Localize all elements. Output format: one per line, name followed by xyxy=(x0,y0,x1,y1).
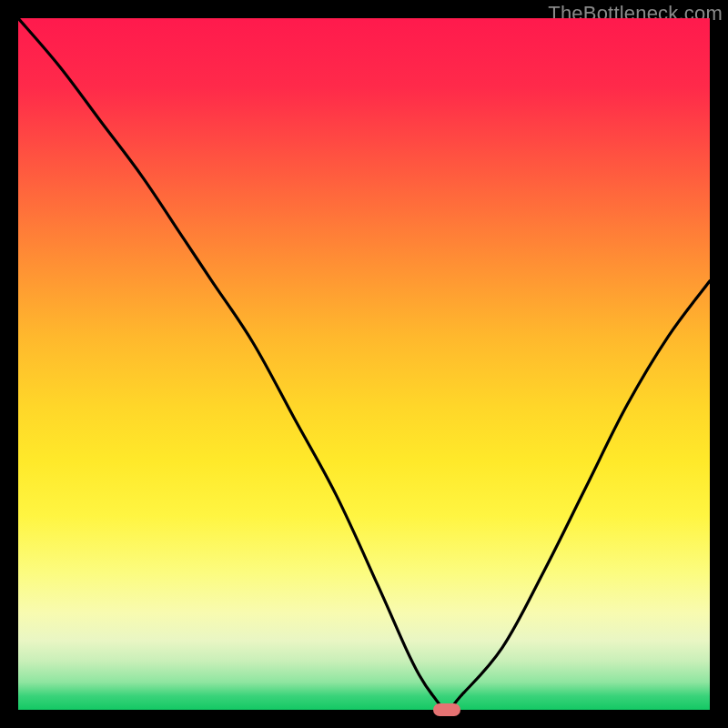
plot-area xyxy=(18,18,710,710)
curve-svg xyxy=(18,18,710,710)
chart-stage: TheBottleneck.com xyxy=(0,0,728,728)
bottleneck-curve xyxy=(18,18,710,710)
optimal-point-marker xyxy=(433,703,460,716)
